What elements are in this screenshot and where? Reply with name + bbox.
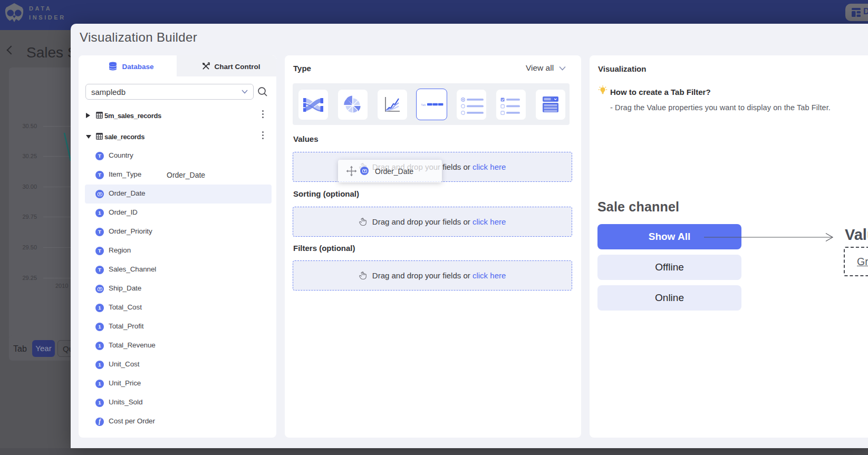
svg-text:Tab: Tab: [421, 103, 426, 107]
